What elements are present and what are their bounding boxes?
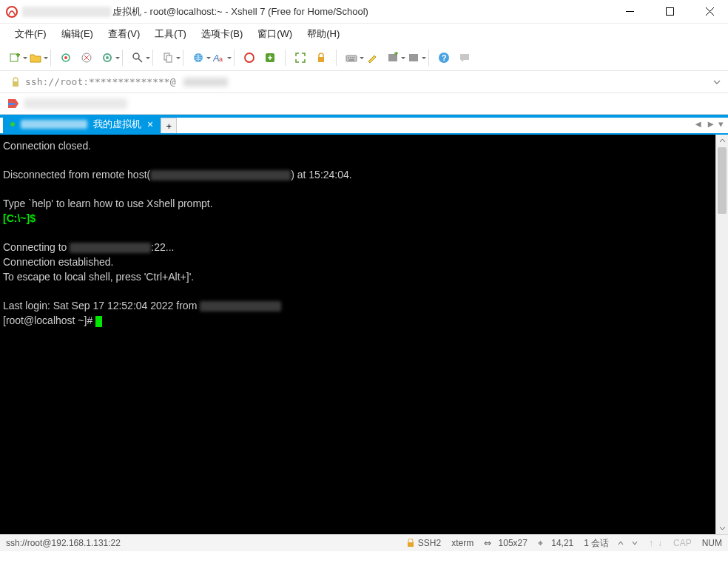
address-dropdown-icon[interactable]: [713, 78, 721, 86]
help-button[interactable]: ?: [437, 50, 451, 65]
status-cap: CAP: [673, 538, 692, 548]
title-host-blur: [22, 7, 111, 17]
title-bar: 虚拟机 - root@localhost:~ - Xshell 7 (Free …: [0, 0, 728, 24]
address-bar[interactable]: ssh://root:**************@: [0, 71, 728, 93]
keyboard-button[interactable]: [344, 50, 359, 65]
tab-close-button[interactable]: ×: [147, 118, 153, 130]
globe-button[interactable]: [191, 50, 206, 65]
menu-window[interactable]: 窗口(W): [252, 25, 298, 43]
status-num: NUM: [702, 538, 722, 548]
toolbar-separator: [183, 50, 183, 66]
scroll-track[interactable]: [716, 147, 728, 522]
new-session-button[interactable]: [7, 50, 22, 65]
terminal[interactable]: Connection closed. Disconnected from rem…: [0, 135, 715, 534]
status-protocol: SSH2: [406, 538, 441, 548]
tab-scroll-left-icon[interactable]: ◄: [693, 118, 703, 129]
svg-rect-17: [346, 55, 357, 61]
menu-bar: 文件(F) 编辑(E) 查看(V) 工具(T) 选项卡(B) 窗口(W) 帮助(…: [0, 24, 728, 44]
toolbar-separator: [122, 50, 123, 66]
minimize-button[interactable]: [617, 3, 642, 21]
address-host-blur: [183, 78, 228, 87]
svg-point-4: [64, 56, 67, 59]
svg-rect-24: [408, 542, 414, 547]
fullscreen-button[interactable]: [293, 50, 308, 65]
svg-rect-10: [166, 55, 172, 62]
open-session-button[interactable]: [28, 50, 43, 65]
addpane-button[interactable]: [385, 50, 400, 65]
terminal-scrollbar[interactable]: [715, 135, 728, 534]
menu-tools[interactable]: 工具(T): [149, 25, 192, 43]
maximize-button[interactable]: [657, 3, 682, 21]
address-url: ssh://root:**************@: [25, 76, 176, 87]
session-tab-active[interactable]: 我的虚拟机 ×: [3, 115, 161, 133]
toolbar-separator: [285, 50, 286, 66]
svg-rect-22: [13, 81, 18, 87]
disconnect-button[interactable]: [79, 50, 94, 65]
svg-rect-16: [318, 57, 324, 62]
lock-button[interactable]: [314, 50, 328, 65]
tab-scroll-right-icon[interactable]: ►: [706, 118, 715, 129]
svg-rect-19: [409, 54, 418, 61]
toolbar-separator: [234, 50, 235, 66]
bookmark-icon: [7, 98, 19, 109]
bookmark-bar: [0, 93, 728, 114]
terminal-area: Connection closed. Disconnected from rem…: [0, 135, 728, 534]
status-connection: ssh://root@192.168.1.131:22: [6, 538, 121, 548]
xftp-button[interactable]: [263, 50, 277, 65]
svg-point-0: [7, 7, 17, 17]
status-cursor-pos: ⌖ 14,21: [538, 538, 573, 548]
bookmark-label-blur[interactable]: [24, 98, 127, 109]
menu-tabs[interactable]: 选项卡(B): [195, 25, 249, 43]
find-button[interactable]: [130, 50, 145, 65]
status-sessions[interactable]: 1 会话: [584, 537, 638, 550]
svg-text:a: a: [219, 55, 223, 63]
layout-button[interactable]: [406, 50, 421, 65]
properties-button[interactable]: [100, 50, 115, 65]
svg-point-8: [133, 53, 139, 59]
tab-host-blur: [21, 120, 87, 129]
reconnect-button[interactable]: [58, 50, 73, 65]
menu-view[interactable]: 查看(V): [102, 25, 146, 43]
toolbar-separator: [50, 50, 51, 66]
highlight-button[interactable]: [365, 50, 380, 65]
font-button[interactable]: Aa: [212, 50, 226, 65]
menu-file[interactable]: 文件(F): [9, 25, 53, 43]
new-tab-button[interactable]: +: [161, 118, 177, 133]
close-button[interactable]: [697, 3, 722, 21]
toolbar-separator: [428, 50, 429, 66]
toolbar: Aa ?: [0, 44, 728, 71]
connected-indicator-icon: [10, 122, 15, 127]
scroll-thumb[interactable]: [718, 147, 727, 214]
tab-bar: 我的虚拟机 × + ◄ ► ▾: [0, 114, 728, 135]
svg-text:?: ?: [442, 53, 447, 62]
xshell-button[interactable]: [242, 50, 257, 65]
menu-help[interactable]: 帮助(H): [301, 25, 346, 43]
svg-rect-23: [8, 103, 15, 105]
lock-icon: [10, 77, 21, 87]
chat-button[interactable]: [457, 50, 472, 65]
status-termtype: xterm: [451, 538, 473, 548]
copy-button[interactable]: [161, 50, 175, 65]
tab-label: 我的虚拟机: [93, 118, 141, 131]
toolbar-separator: [336, 50, 337, 66]
svg-point-7: [106, 56, 109, 59]
toolbar-separator: [152, 50, 153, 66]
protocol-icon: [406, 539, 415, 548]
status-bar: ssh://root@192.168.1.131:22 SSH2 xterm ⇔…: [0, 534, 728, 551]
tab-menu-icon[interactable]: ▾: [718, 118, 724, 129]
svg-point-14: [245, 53, 254, 62]
status-size: ⇔ 105x27: [484, 538, 528, 548]
app-icon: [6, 6, 18, 18]
cursor: [95, 316, 102, 327]
window-title: 虚拟机 - root@localhost:~ - Xshell 7 (Free …: [112, 5, 368, 18]
status-transfer-icons: ↑↓: [648, 538, 663, 548]
svg-rect-1: [666, 8, 673, 16]
menu-edit[interactable]: 编辑(E): [55, 25, 99, 43]
scroll-down-icon[interactable]: [716, 522, 728, 534]
scroll-up-icon[interactable]: [716, 135, 728, 147]
